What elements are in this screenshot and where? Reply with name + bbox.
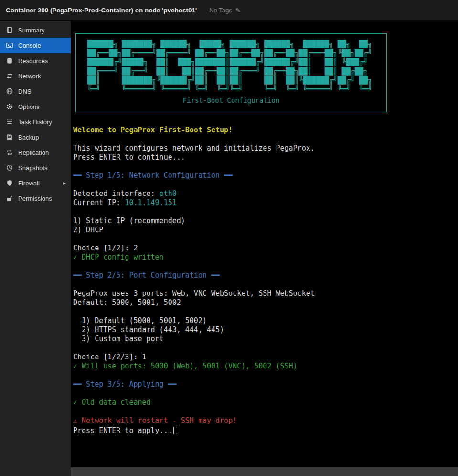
globe-icon (5, 88, 14, 95)
console-line (73, 371, 455, 380)
console-line: ━━ Step 3/5: Applying ━━ (73, 380, 455, 389)
console-line: 2) HTTPS standard (443, 444, 445) (73, 325, 455, 335)
sidebar-item-label: Backup (18, 134, 39, 141)
sync-arrows-icon (5, 149, 14, 156)
console-line: Default: 5000, 5001, 5002 (73, 298, 455, 307)
console-line: 3) Custom base port (73, 335, 455, 344)
sidebar-item-options[interactable]: Options (0, 99, 71, 114)
console-screen[interactable]: ██████╗ ███████╗ ██████╗ █████╗ ██████╗ … (71, 21, 458, 467)
console-line: Welcome to PegaProx First-Boot Setup! (73, 126, 455, 135)
console-text-segment: 1) Static IP (recommended) (73, 216, 185, 225)
console-text-segment: Press ENTER to apply... (73, 426, 172, 435)
sidebar-item-backup[interactable]: Backup (0, 130, 71, 145)
console-line: Press ENTER to continue... (73, 153, 455, 162)
console-line: ━━ Step 2/5: Port Configuration ━━ (73, 271, 455, 280)
sidebar-item-label: Options (18, 103, 40, 110)
sidebar-item-label: Replication (18, 149, 49, 156)
console-line: ✓ Old data cleaned (73, 398, 455, 407)
console-line (73, 162, 455, 171)
sidebar-item-label: Task History (18, 119, 52, 126)
shield-icon (5, 180, 14, 186)
console-line: Choice [1/2/3]: 1 (73, 353, 455, 362)
edit-tags-pencil-icon[interactable]: ✎ (235, 7, 241, 14)
console-line (73, 135, 455, 144)
console-line (73, 180, 455, 189)
submenu-arrow-icon: ▸ (63, 180, 66, 186)
console-text-segment: Choice [1/2]: 2 (73, 244, 138, 252)
sidebar-item-label: Console (18, 42, 41, 49)
banner-box: ██████╗ ███████╗ ██████╗ █████╗ ██████╗ … (75, 33, 387, 112)
console-text-segment: ━━ Step 2/5: Port Configuration ━━ (73, 271, 220, 280)
console-text-segment: 2) DHCP (73, 226, 103, 234)
sidebar: Summary Console Resources Network DNS (0, 21, 71, 476)
console-text-segment: Choice [1/2/3]: 1 (73, 353, 147, 361)
console-text-segment: 1) Default (5000, 5001, 5002) (73, 316, 207, 325)
console-line: This wizard configures network and initi… (73, 144, 455, 153)
console-line: Choice [1/2]: 2 (73, 244, 455, 253)
console-text-segment: ✓ Will use ports: 5000 (Web), 5001 (VNC)… (73, 362, 298, 370)
console-line (73, 407, 455, 416)
console-text-segment: 3) Custom base port (73, 335, 164, 343)
console-text-segment: Detected interface: (73, 189, 160, 198)
pegaprox-ascii-banner: ██████╗ ███████╗ ██████╗ █████╗ ██████╗ … (76, 40, 386, 94)
console-line: Current IP: 10.1.149.151 (73, 198, 455, 207)
console-text-segment: 10.1.149.151 (125, 198, 176, 207)
banner-subtitle: First-Boot Configuration (76, 96, 386, 105)
console-line: ━━ Step 1/5: Network Configuration ━━ (73, 171, 455, 180)
sidebar-item-label: Permissions (18, 195, 52, 202)
unlock-icon (5, 195, 14, 202)
console-text-segment: This wizard configures network and initi… (73, 144, 315, 152)
content-area: ██████╗ ███████╗ ██████╗ █████╗ ██████╗ … (71, 21, 458, 476)
floppy-icon (5, 134, 14, 141)
sidebar-item-summary[interactable]: Summary (0, 22, 71, 38)
sidebar-item-resources[interactable]: Resources (0, 53, 71, 68)
console-line: ✓ DHCP config written (73, 253, 455, 262)
sidebar-item-network[interactable]: Network (0, 68, 71, 84)
console-line: ⚠ Network will restart - SSH may drop! (73, 416, 455, 425)
console-text-segment: Press ENTER to continue... (73, 153, 185, 162)
console-text-segment: 2) HTTPS standard (443, 444, 445) (73, 325, 224, 334)
database-icon (5, 57, 14, 64)
console-line (73, 389, 455, 398)
console-line: Detected interface: eth0 (73, 189, 455, 198)
sidebar-item-replication[interactable]: Replication (0, 145, 71, 160)
sidebar-item-dns[interactable]: DNS (0, 84, 71, 99)
list-icon (5, 119, 14, 125)
console-text-segment: ━━ Step 1/5: Network Configuration ━━ (73, 171, 233, 180)
console-text-segment: Current IP: (73, 198, 125, 207)
network-arrows-icon (5, 73, 14, 79)
sidebar-item-label: Network (18, 73, 41, 80)
console-line (73, 262, 455, 271)
titlebar: Container 200 (PegaProx-Prod-Container) … (0, 0, 458, 21)
sidebar-item-snapshots[interactable]: Snapshots (0, 160, 71, 175)
sidebar-item-label: Firewall (18, 180, 40, 187)
console-text-segment: ⚠ Network will restart - SSH may drop! (73, 416, 237, 425)
console-line (73, 280, 455, 289)
console-text-segment: ━━ Step 3/5: Applying ━━ (73, 380, 177, 389)
sidebar-item-label: Snapshots (18, 164, 47, 172)
console-text-segment: ✓ DHCP config written (73, 253, 164, 261)
console-line: ✓ Will use ports: 5000 (Web), 5001 (VNC)… (73, 362, 455, 371)
console-text-segment: PegaProx uses 3 ports: Web, VNC WebSocke… (73, 289, 315, 298)
console-line (73, 344, 455, 353)
console-line: 1) Default (5000, 5001, 5002) (73, 316, 455, 325)
console-text-segment: eth0 (160, 189, 177, 198)
terminal-icon (5, 42, 14, 49)
console-line: 1) Static IP (recommended) (73, 216, 455, 226)
history-clock-icon (5, 164, 14, 171)
console-line: PegaProx uses 3 ports: Web, VNC WebSocke… (73, 289, 455, 298)
sidebar-item-firewall[interactable]: Firewall ▸ (0, 175, 71, 191)
tags-label[interactable]: No Tags (209, 7, 232, 14)
console-lines: Welcome to PegaProx First-Boot Setup! Th… (73, 126, 455, 435)
console-line (73, 307, 455, 316)
sidebar-item-label: DNS (18, 88, 31, 95)
console-text-segment: Default: 5000, 5001, 5002 (73, 298, 181, 307)
sidebar-item-console[interactable]: Console (0, 38, 71, 53)
console-line (73, 207, 455, 216)
console-line: 2) DHCP (73, 226, 455, 235)
console-line: Press ENTER to apply... (73, 425, 455, 435)
sidebar-item-permissions[interactable]: Permissions (0, 191, 71, 206)
sidebar-item-task-history[interactable]: Task History (0, 114, 71, 130)
window-title: Container 200 (PegaProx-Prod-Container) … (6, 7, 197, 14)
console-text-segment: Welcome to PegaProx First-Boot Setup! (73, 126, 233, 134)
